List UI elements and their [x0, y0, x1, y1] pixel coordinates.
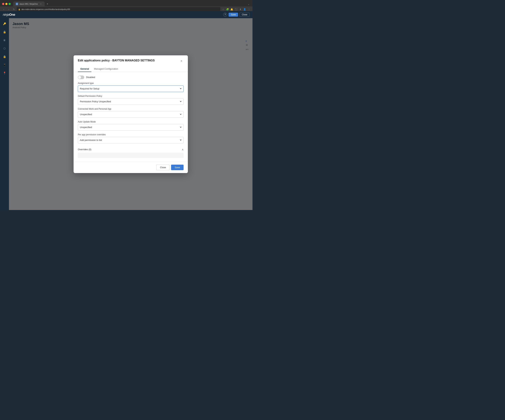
address-url: dev-mdm-demo.ninjarmm.com/#/editor/andro… [21, 8, 70, 10]
sidebar-icon-location[interactable]: 📍 [2, 70, 7, 76]
assignment-type-label: Assignment type [78, 82, 183, 84]
sidebar-icon-display[interactable]: 🖥 [2, 38, 7, 43]
ninja-logo: ninjaOne [3, 13, 15, 17]
disabled-toggle-row: Disabled [78, 75, 183, 79]
tab-close-button[interactable]: × [40, 3, 42, 5]
tab-favicon: N [16, 3, 18, 5]
topbar-save-button[interactable]: Save [228, 13, 238, 17]
default-permission-group: Default Permission Policy Permission Pol… [78, 95, 183, 105]
notifications-icon[interactable]: 🔔 [230, 7, 234, 11]
traffic-lights [2, 3, 11, 5]
app-container: ninjaOne ? Save Close 🔑 🔒 🖥 ⬡ 🔒 📱 📍 Jaso… [0, 11, 252, 210]
browser-tab-bar: N Jason MS | NinjaOne × + ⌄ [0, 0, 252, 6]
connected-work-label: Connected Work and Personal App [78, 108, 183, 110]
sidebar-icon-network[interactable]: ⬡ [2, 46, 7, 51]
connected-work-group: Connected Work and Personal App Unspecif… [78, 108, 183, 118]
help-icon[interactable]: ? [223, 13, 227, 17]
topbar-close-button[interactable]: Close [240, 13, 250, 17]
connected-work-select[interactable]: Unspecified Connected Not Connected [78, 111, 183, 118]
modal-header: Edit applications policy - BAYTON MANAGE… [74, 55, 188, 63]
assignment-type-select[interactable]: Required for Setup Available Blocked For… [78, 86, 183, 92]
sidebar-icon-lock[interactable]: 🔒 [2, 29, 7, 35]
auto-update-select[interactable]: Unspecified Default Postponed High Prior… [78, 124, 183, 131]
overrides-content [78, 153, 183, 158]
more-menu-icon[interactable]: ⋮ [247, 7, 251, 11]
new-tab-button[interactable]: + [45, 2, 50, 6]
auto-update-group: Auto Update Mode Unspecified Default Pos… [78, 120, 183, 131]
main-content: 🔑 🔒 🖥 ⬡ 🔒 📱 📍 Jason MS Android Policy s … [0, 18, 252, 210]
extensions-icon[interactable]: 🧩 [226, 7, 229, 11]
active-browser-tab[interactable]: N Jason MS | NinjaOne × [13, 1, 45, 6]
sidebar: 🔑 🔒 🖥 ⬡ 🔒 📱 📍 [0, 18, 9, 210]
forward-button[interactable]: › [7, 7, 11, 11]
modal-footer: Close Save [74, 162, 188, 173]
sidebar-icon-security[interactable]: 🔒 [2, 54, 7, 59]
auto-update-label: Auto Update Mode [78, 120, 183, 123]
bookmark-icon[interactable]: ☆ [221, 7, 225, 11]
tab-managed-configuration[interactable]: Managed Configuration [91, 66, 120, 72]
page-content: Jason MS Android Policy s ⚙ am: Edit app… [9, 18, 252, 210]
overrides-section: Overrides (0) ∧ [78, 146, 183, 158]
close-traffic-light[interactable] [2, 3, 4, 5]
browser-chrome: N Jason MS | NinjaOne × + ⌄ ‹ › ↻ 🔒 dev-… [0, 0, 252, 11]
app-topbar: ninjaOne ? Save Close [0, 11, 252, 18]
modal-body: Disabled Assignment type Required for Se… [74, 72, 188, 162]
address-lock-icon: 🔒 [18, 8, 20, 10]
tab-general[interactable]: General [78, 66, 91, 72]
address-bar[interactable]: 🔒 dev-mdm-demo.ninjarmm.com/#/editor/and… [17, 7, 220, 12]
modal-dialog: Edit applications policy - BAYTON MANAGE… [74, 55, 188, 173]
browser-expand-icon[interactable]: ⌄ [247, 2, 250, 6]
per-app-permission-label: Per app permission overrides [78, 133, 183, 136]
nav-right-icons: ☆ 🧩 🔔 ⬛ ⬇ 👤 ⋮ [221, 7, 251, 11]
back-button[interactable]: ‹ [2, 7, 6, 11]
modal-tabs: General Managed Configuration [74, 64, 188, 72]
download-icon[interactable]: ⬇ [239, 7, 242, 11]
overrides-title: Overrides (0) [78, 148, 91, 151]
modal-backdrop: Edit applications policy - BAYTON MANAGE… [9, 18, 252, 210]
disabled-toggle[interactable] [78, 75, 84, 79]
puzzle-icon[interactable]: ⬛ [234, 7, 238, 11]
modal-title: Edit applications policy - BAYTON MANAGE… [78, 59, 155, 62]
modal-close-button[interactable]: × [179, 59, 183, 63]
tab-title: Jason MS | NinjaOne [19, 3, 38, 5]
topbar-right: ? Save Close [223, 13, 250, 17]
sidebar-icon-device[interactable]: 📱 [2, 62, 7, 68]
modal-save-button[interactable]: Save [171, 165, 183, 170]
per-app-permission-select[interactable]: Add permission to list [78, 137, 183, 143]
fullscreen-traffic-light[interactable] [9, 3, 11, 5]
refresh-button[interactable]: ↻ [12, 7, 16, 11]
toggle-label: Disabled [86, 76, 95, 79]
default-permission-label: Default Permission Policy [78, 95, 183, 97]
minimize-traffic-light[interactable] [5, 3, 7, 5]
overrides-chevron-icon: ∧ [182, 148, 183, 151]
modal-close-footer-button[interactable]: Close [156, 165, 170, 170]
default-permission-select[interactable]: Permission Policy Unspecified Prompt Gra… [78, 98, 183, 105]
overrides-header[interactable]: Overrides (0) ∧ [78, 146, 183, 153]
assignment-type-group: Assignment type Required for Setup Avail… [78, 82, 183, 92]
profile-icon[interactable]: 👤 [243, 7, 246, 11]
per-app-permission-group: Per app permission overrides Add permiss… [78, 133, 183, 143]
sidebar-icon-key[interactable]: 🔑 [2, 21, 7, 26]
